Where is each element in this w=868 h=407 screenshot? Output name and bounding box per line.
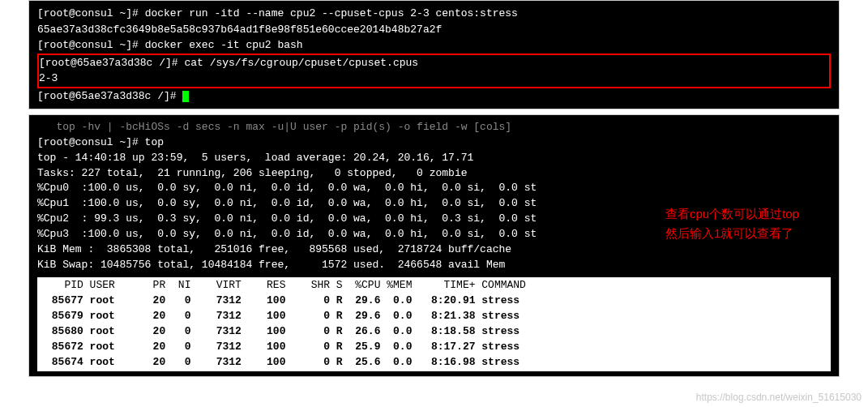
annotation-note: 查看cpu个数可以通过top 然后输入1就可以查看了 — [665, 204, 799, 243]
terminal-block-2: top -hv | -bcHiOSs -d secs -n max -u|U u… — [28, 114, 840, 377]
annotation-line: 然后输入1就可以查看了 — [665, 224, 799, 243]
top-tasks-line: Tasks: 227 total, 21 running, 206 sleepi… — [37, 166, 831, 182]
terminal-block-1: [root@consul ~]# docker run -itd --name … — [28, 0, 840, 109]
table-row: 85680 root 20 0 7312 100 0 R 26.6 0.0 8:… — [37, 324, 831, 340]
output-text: 2-3 — [39, 71, 829, 87]
table-row: 85679 root 20 0 7312 100 0 R 29.6 0.0 8:… — [37, 309, 831, 324]
output-hash: 65ae37a3d38cfc3649b8e5a58c937b64ad1f8e98… — [37, 22, 831, 38]
highlight-box: [root@65ae37a3d38c /]# cat /sys/fs/cgrou… — [37, 54, 831, 88]
table-row: 85672 root 20 0 7312 100 0 R 25.9 0.0 8:… — [37, 340, 831, 355]
prompt: [root@consul ~]# — [37, 39, 145, 51]
prompt: [root@consul ~]# — [37, 7, 145, 19]
truncated-help-line: top -hv | -bcHiOSs -d secs -n max -u|U u… — [37, 120, 831, 135]
shell-line: [root@consul ~]# top — [37, 135, 831, 151]
top-summary-line: top - 14:40:18 up 23:59, 5 users, load a… — [37, 151, 831, 166]
cursor-icon[interactable] — [182, 91, 189, 102]
shell-line: [root@65ae37a3d38c /]# — [37, 88, 831, 105]
top-cpu0-line: %Cpu0 :100.0 us, 0.0 sy, 0.0 ni, 0.0 id,… — [37, 181, 831, 196]
annotation-line: 查看cpu个数可以通过top — [665, 204, 799, 224]
table-header: PID USER PR NI VIRT RES SHR S %CPU %MEM … — [37, 278, 831, 293]
prompt: [root@65ae37a3d38c /]# — [37, 90, 182, 102]
command-text: docker exec -it cpu2 bash — [145, 39, 303, 51]
top-swap-line: KiB Swap: 10485756 total, 10484184 free,… — [37, 258, 831, 273]
command-text: docker run -itd --name cpu2 --cpuset-cpu… — [145, 7, 518, 19]
process-table: PID USER PR NI VIRT RES SHR S %CPU %MEM … — [37, 277, 831, 371]
table-row: 85674 root 20 0 7312 100 0 R 25.6 0.0 8:… — [37, 355, 831, 371]
shell-line: [root@consul ~]# docker run -itd --name … — [37, 6, 831, 22]
watermark-text: https://blog.csdn.net/weixin_51615030 — [696, 392, 862, 403]
prompt: [root@65ae37a3d38c /]# — [39, 57, 184, 69]
shell-line: [root@consul ~]# docker exec -it cpu2 ba… — [37, 37, 831, 54]
command-text: cat /sys/fs/cgroup/cpuset/cpuset.cpus — [184, 57, 418, 69]
top-mem-line: KiB Mem : 3865308 total, 251016 free, 89… — [37, 242, 831, 258]
table-row: 85677 root 20 0 7312 100 0 R 29.6 0.0 8:… — [37, 293, 831, 309]
shell-line: [root@65ae37a3d38c /]# cat /sys/fs/cgrou… — [39, 55, 829, 71]
